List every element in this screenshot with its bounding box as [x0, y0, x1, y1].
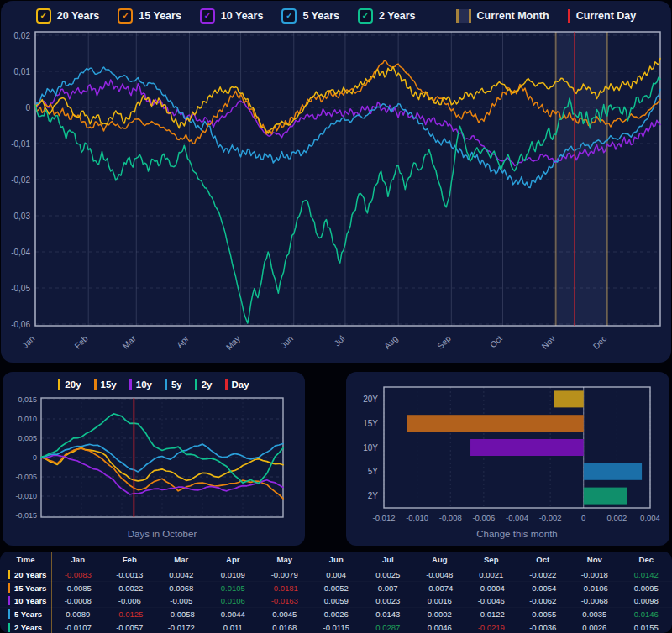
legend-label: 20y [65, 379, 81, 390]
checkbox-checked-icon[interactable]: ✓ [358, 8, 373, 24]
table-cell: -0.0106 [569, 583, 621, 593]
table-cell: 0.0142 [621, 570, 672, 579]
legend-color-bar-icon [58, 379, 60, 390]
table-row-10-years: 10 Years-0.0008-0.006-0.0050.0106-0.0163… [0, 594, 672, 608]
category-label: 2Y [368, 491, 379, 500]
table-cell: 0.0068 [155, 583, 207, 593]
row-label: 20 Years [0, 568, 52, 582]
table-cell: 0.0044 [207, 609, 260, 619]
current-month-band [556, 32, 607, 326]
y-tick-label: 0,015 [18, 395, 37, 404]
table-header-month: Mar [155, 555, 207, 564]
table-cell: -0.0163 [259, 596, 311, 605]
table-header-month: Dec [621, 555, 672, 564]
table-cell: -0.0004 [465, 583, 517, 593]
x-tick-label: Jun [279, 334, 295, 350]
x-tick-label: Nov [540, 334, 557, 351]
table-cell: -0.0083 [52, 570, 104, 579]
month-change-card: -0,012-0,010-0,008-0,006-0,004-0,00200,0… [346, 372, 669, 546]
x-tick-label: -0,010 [406, 513, 428, 522]
y-tick-label: -0,010 [15, 492, 37, 500]
legend-item-10-years[interactable]: ✓10 Years [200, 8, 264, 24]
y-tick-label: -0,04 [11, 248, 30, 257]
y-tick-label: -0,015 [15, 511, 37, 520]
table-row-20-years: 20 Years-0.0083-0.00130.00420.0109-0.007… [0, 568, 672, 582]
row-color-bar-icon [8, 609, 10, 619]
table-header-month: Sep [465, 555, 517, 564]
table-header-month: Apr [207, 555, 260, 564]
row-label-text: 2 Years [14, 623, 42, 632]
y-tick-label: 0,02 [14, 31, 31, 40]
legend-color-bar-icon [195, 379, 197, 390]
category-label: 20Y [363, 395, 378, 404]
y-tick-label: -0,02 [11, 175, 30, 185]
legend-item-2-years[interactable]: ✓2 Years [358, 8, 416, 24]
legend-item-5-years[interactable]: ✓5 Years [281, 8, 339, 24]
x-axis: JanFebMarAprMayJunJulAugSepOctNovDec [20, 32, 608, 352]
table-cell: -0.0079 [259, 570, 311, 579]
checkbox-checked-icon[interactable]: ✓ [281, 8, 297, 24]
legend-item-15-years[interactable]: ✓15 Years [118, 8, 181, 24]
table-cell: 0.0002 [414, 609, 466, 619]
table-cell: -0.0008 [52, 596, 104, 605]
legend-label: 15 Years [139, 10, 181, 22]
table-header-month: Feb [104, 555, 156, 564]
table-cell: 0.0098 [621, 596, 672, 605]
october-legend-item-day[interactable]: Day [225, 379, 249, 390]
x-tick-label: 0 [581, 513, 585, 522]
table-header-month: Jul [362, 555, 414, 564]
row-label-text: 20 Years [14, 570, 46, 579]
row-label-text: 5 Years [14, 609, 42, 619]
row-label: 10 Years [0, 594, 52, 608]
x-tick-label: Oct [488, 333, 504, 349]
y-tick-label: -0,01 [11, 139, 30, 149]
table-cell: -0.0107 [52, 623, 104, 632]
legend-label: 15y [101, 379, 117, 390]
legend-label: 5 Years [302, 10, 339, 22]
row-color-bar-icon [8, 583, 10, 593]
x-tick-label: -0,006 [472, 513, 495, 522]
table-cell: -0.005 [155, 596, 207, 605]
table-cell: 0.0095 [621, 583, 672, 593]
bar-x-axis-title: Change this month [384, 529, 650, 539]
legend-item-20-years[interactable]: ✓20 Years [36, 8, 100, 24]
october-legend-item-20y[interactable]: 20y [58, 379, 81, 390]
table-cell: -0.006 [104, 596, 156, 605]
legend-item-current-day[interactable]: Current Day [568, 9, 637, 23]
october-legend-item-15y[interactable]: 15y [94, 379, 117, 390]
category-label: 15Y [363, 419, 378, 428]
table-cell: 0.0287 [362, 623, 414, 632]
table-cell: -0.0068 [569, 596, 621, 605]
table-cell: -0.0018 [569, 570, 621, 579]
y-tick-label: 0,010 [18, 415, 37, 423]
table-cell: -0.0046 [465, 596, 517, 605]
x-tick-label: 0,004 [640, 513, 660, 522]
legend-label: 2 Years [379, 10, 416, 22]
checkbox-checked-icon[interactable]: ✓ [200, 8, 215, 24]
x-tick-label: Dec [591, 334, 608, 351]
table-cell: -0.0219 [465, 623, 517, 632]
october-legend-item-2y[interactable]: 2y [195, 379, 213, 390]
table-header-month: May [259, 555, 311, 564]
october-legend-item-10y[interactable]: 10y [129, 379, 152, 390]
table-header-month: Nov [569, 555, 621, 564]
bar-2y [584, 488, 627, 505]
legend-item-current-month[interactable]: Current Month [456, 9, 549, 23]
table-cell: 0.0146 [621, 609, 672, 619]
table-cell: 0.0016 [414, 596, 466, 605]
x-tick-label: Feb [73, 333, 90, 350]
legend-color-bar-icon [225, 379, 228, 390]
table-cell: 0.011 [207, 623, 260, 632]
checkbox-checked-icon[interactable]: ✓ [118, 8, 133, 24]
table-cell: -0.0055 [517, 609, 570, 619]
table-cell: 0.0046 [414, 623, 466, 632]
table-cell: 0.0089 [52, 609, 104, 619]
checkbox-checked-icon[interactable]: ✓ [36, 8, 51, 24]
y-tick-label: 0 [33, 453, 37, 462]
table-header-month: Aug [414, 555, 466, 564]
october-legend-item-5y[interactable]: 5y [165, 379, 182, 390]
table-header-month: Oct [517, 555, 570, 564]
october-line-chart: 0,0150,0100,0050-0,005-0,010-0,015 [3, 394, 305, 532]
table-cell: -0.0181 [259, 583, 311, 593]
table-cell: 0.0021 [465, 570, 517, 579]
